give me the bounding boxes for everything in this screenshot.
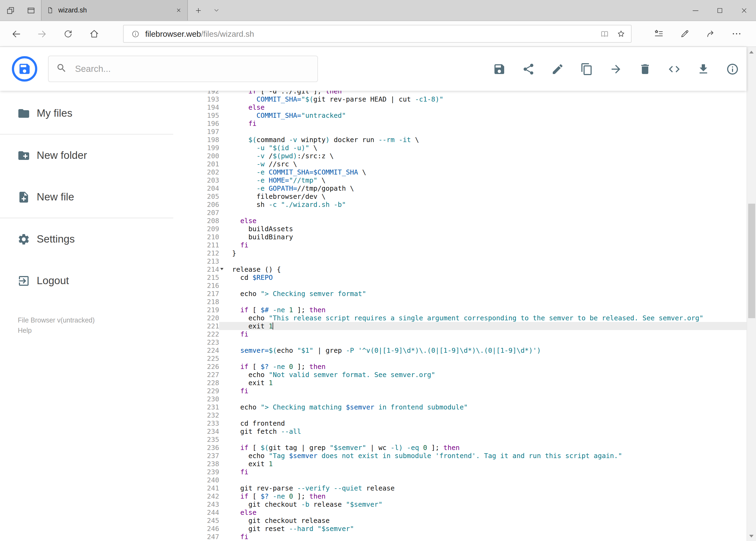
code-line-198[interactable]: 198 $(command -v winpty) docker run --rm… bbox=[173, 135, 747, 144]
sidebar-item-logout[interactable]: Logout bbox=[0, 260, 173, 301]
code-line-233[interactable]: 233 cd frontend bbox=[173, 419, 747, 427]
forward-button[interactable] bbox=[29, 22, 55, 45]
code-line-244[interactable]: 244 else bbox=[173, 508, 747, 516]
code-line-229[interactable]: 229 fi bbox=[173, 386, 747, 395]
code-line-236[interactable]: 236 if [ $(git tag | grep "$semver" | wc… bbox=[173, 443, 747, 451]
help-link[interactable]: Help bbox=[18, 326, 173, 336]
move-button[interactable] bbox=[610, 62, 623, 75]
code-line-196[interactable]: 196 fi bbox=[173, 119, 747, 127]
code-line-218[interactable]: 218 bbox=[173, 297, 747, 305]
maximize-button[interactable] bbox=[707, 0, 732, 21]
code-line-217[interactable]: 217 echo "> Checking semver format" bbox=[173, 289, 747, 297]
reading-view-button[interactable] bbox=[597, 26, 613, 42]
search-input[interactable] bbox=[74, 63, 310, 75]
code-line-210[interactable]: 210 buildBinary bbox=[173, 233, 747, 241]
code-line-193[interactable]: 193 COMMIT_SHA="$(git rev-parse HEAD | c… bbox=[173, 95, 747, 103]
app-logo[interactable] bbox=[12, 56, 37, 82]
code-line-201[interactable]: 201 -w //src \ bbox=[173, 160, 747, 168]
code-line-232[interactable]: 232 bbox=[173, 411, 747, 419]
code-line-206[interactable]: 206 sh -c "./wizard.sh -b" bbox=[173, 200, 747, 208]
code-line-213[interactable]: 213 bbox=[173, 257, 747, 265]
code-line-228[interactable]: 228 exit 1 bbox=[173, 378, 747, 386]
scroll-down-arrow[interactable] bbox=[747, 532, 756, 540]
code-line-211[interactable]: 211 fi bbox=[173, 241, 747, 249]
page-scrollbar[interactable] bbox=[747, 47, 756, 541]
code-line-231[interactable]: 231 echo "> Checking matching $semver in… bbox=[173, 403, 747, 411]
code-line-237[interactable]: 237 echo "Tag $semver does not exist in … bbox=[173, 451, 747, 459]
delete-button[interactable] bbox=[638, 62, 651, 75]
code-line-197[interactable]: 197 bbox=[173, 127, 747, 135]
code-line-243[interactable]: 243 git checkout -b release "$semver" bbox=[173, 500, 747, 508]
sidebar-item-my-files[interactable]: My files bbox=[0, 92, 173, 135]
code-line-222[interactable]: 222 fi bbox=[173, 330, 747, 338]
settings-menu-button[interactable] bbox=[723, 22, 749, 45]
copy-button[interactable] bbox=[580, 62, 593, 75]
code-line-203[interactable]: 203 -e HOME="//tmp" \ bbox=[173, 176, 747, 184]
code-line-205[interactable]: 205 filebrowser/dev \ bbox=[173, 192, 747, 200]
code-line-208[interactable]: 208 else bbox=[173, 216, 747, 225]
code-line-192[interactable]: 192 if [ -d ../.git ]; then bbox=[173, 91, 747, 95]
code-line-216[interactable]: 216 bbox=[173, 281, 747, 289]
code-line-224[interactable]: 224 semver=$(echo "$1" | grep -P '^v(0|[… bbox=[173, 346, 747, 354]
site-info-button[interactable] bbox=[130, 26, 141, 42]
minimize-button[interactable] bbox=[683, 0, 707, 21]
code-line-223[interactable]: 223 bbox=[173, 338, 747, 346]
code-line-246[interactable]: 246 git reset --hard "$semver" bbox=[173, 524, 747, 532]
new-tab-button[interactable] bbox=[188, 0, 208, 21]
url-text[interactable]: filebrowser.web/files/wizard.sh bbox=[145, 29, 254, 38]
code-line-199[interactable]: 199 -u "$(id -u)" \ bbox=[173, 144, 747, 152]
tab-close-button[interactable] bbox=[175, 6, 182, 14]
code-line-200[interactable]: 200 -v /$(pwd):/src:z \ bbox=[173, 152, 747, 160]
save-button[interactable] bbox=[493, 62, 506, 75]
sidebar-item-settings[interactable]: Settings bbox=[0, 218, 173, 260]
code-line-240[interactable]: 240 bbox=[173, 476, 747, 484]
code-line-214[interactable]: 214release () { bbox=[173, 265, 747, 273]
back-button[interactable] bbox=[3, 22, 29, 45]
code-line-238[interactable]: 238 exit 1 bbox=[173, 459, 747, 467]
scroll-up-arrow[interactable] bbox=[747, 48, 756, 56]
code-line-219[interactable]: 219 if [ $# -ne 1 ]; then bbox=[173, 305, 747, 313]
code-line-239[interactable]: 239 fi bbox=[173, 467, 747, 476]
code-line-227[interactable]: 227 echo "Not valid semver format. See s… bbox=[173, 370, 747, 378]
share-button[interactable] bbox=[522, 62, 535, 75]
code-line-207[interactable]: 207 bbox=[173, 208, 747, 216]
code-line-220[interactable]: 220 echo "This release script requires a… bbox=[173, 313, 747, 322]
search-box[interactable] bbox=[48, 56, 318, 82]
rename-button[interactable] bbox=[551, 62, 564, 75]
code-line-230[interactable]: 230 bbox=[173, 395, 747, 403]
code-line-215[interactable]: 215 cd $REPO bbox=[173, 273, 747, 281]
code-editor[interactable]: 192 if [ -d ../.git ]; then193 COMMIT_SH… bbox=[173, 91, 747, 541]
code-line-194[interactable]: 194 else bbox=[173, 103, 747, 111]
code-line-234[interactable]: 234 git fetch --all bbox=[173, 427, 747, 435]
browser-share-button[interactable] bbox=[697, 22, 723, 45]
hub-button[interactable] bbox=[645, 22, 671, 45]
code-line-202[interactable]: 202 -e COMMIT_SHA=$COMMIT_SHA \ bbox=[173, 168, 747, 176]
code-line-204[interactable]: 204 -e GOPATH=//tmp/gopath \ bbox=[173, 184, 747, 192]
download-button[interactable] bbox=[697, 62, 710, 75]
code-line-195[interactable]: 195 COMMIT_SHA="untracked" bbox=[173, 111, 747, 119]
code-line-226[interactable]: 226 if [ $? -ne 0 ]; then bbox=[173, 362, 747, 370]
code-line-242[interactable]: 242 if [ $? -ne 0 ]; then bbox=[173, 492, 747, 500]
home-button[interactable] bbox=[81, 22, 107, 45]
scrollbar-thumb[interactable] bbox=[748, 204, 755, 318]
code-line-225[interactable]: 225 bbox=[173, 354, 747, 362]
set-tabs-aside-button[interactable] bbox=[0, 0, 21, 21]
code-line-221[interactable]: 221 exit 1 bbox=[173, 322, 747, 330]
code-line-245[interactable]: 245 git checkout release bbox=[173, 516, 747, 524]
raw-view-button[interactable] bbox=[668, 62, 681, 75]
code-line-209[interactable]: 209 buildAssets bbox=[173, 225, 747, 233]
code-line-212[interactable]: 212} bbox=[173, 249, 747, 257]
refresh-button[interactable] bbox=[55, 22, 81, 45]
address-bar[interactable]: filebrowser.web/files/wizard.sh bbox=[123, 25, 631, 43]
code-line-247[interactable]: 247 fi bbox=[173, 532, 747, 540]
code-line-241[interactable]: 241 git rev-parse --verify --quiet relea… bbox=[173, 484, 747, 492]
tabs-preview-button[interactable] bbox=[21, 0, 41, 21]
tab-list-button[interactable] bbox=[208, 0, 225, 21]
info-button[interactable] bbox=[726, 62, 739, 75]
browser-tab[interactable]: wizard.sh bbox=[41, 0, 188, 21]
code-line-235[interactable]: 235 bbox=[173, 435, 747, 443]
close-window-button[interactable] bbox=[732, 0, 756, 21]
sidebar-item-new-file[interactable]: New file bbox=[0, 176, 173, 218]
web-note-button[interactable] bbox=[671, 22, 697, 45]
sidebar-item-new-folder[interactable]: New folder bbox=[0, 135, 173, 176]
